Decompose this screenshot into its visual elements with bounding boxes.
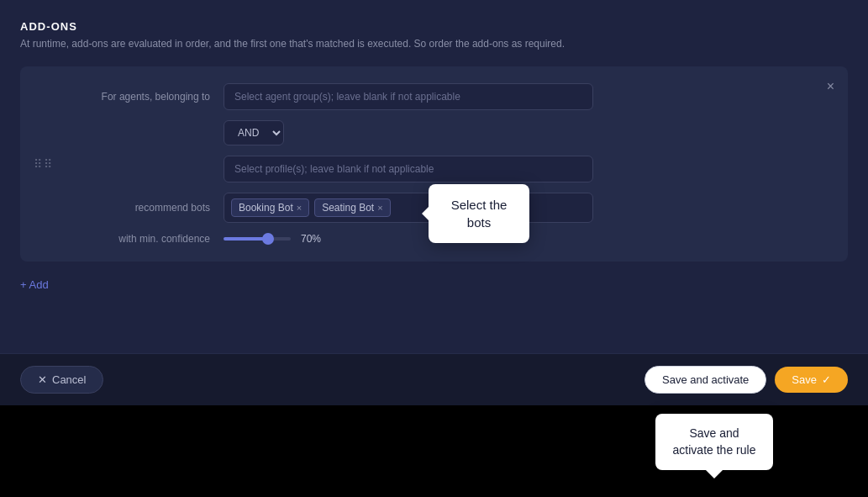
seating-bot-remove[interactable]: × <box>377 203 382 213</box>
confidence-label: with min. confidence <box>67 233 210 245</box>
confidence-value: 70% <box>301 233 321 245</box>
confidence-slider[interactable] <box>224 237 291 241</box>
bots-field: Booking Bot × Seating Bot × <box>224 193 593 223</box>
seating-bot-tag: Seating Bot × <box>314 198 390 217</box>
profile-input[interactable] <box>224 156 593 182</box>
close-button[interactable]: × <box>827 80 834 93</box>
add-button[interactable]: + Add <box>20 275 49 294</box>
booking-bot-tag: Booking Bot × <box>231 198 309 217</box>
agent-row: For agents, belonging to <box>67 83 828 110</box>
cancel-icon: ✕ <box>38 373 47 386</box>
bots-row: recommend bots Booking Bot × Seating Bot… <box>67 193 828 223</box>
agent-label: For agents, belonging to <box>67 91 210 103</box>
section-desc: At runtime, add-ons are evaluated in ord… <box>20 38 848 50</box>
drag-handle-icon[interactable]: ⠿⠿ <box>34 157 54 171</box>
save-activate-label: Save and activate <box>662 373 749 386</box>
save-activate-button[interactable]: Save and activate <box>644 366 766 394</box>
bottom-area: Save and activate the rule <box>0 405 868 497</box>
bots-label: recommend bots <box>67 202 210 214</box>
footer: ✕ Cancel Save and activate Save ✓ <box>0 353 868 405</box>
save-button[interactable]: Save ✓ <box>775 367 848 393</box>
profile-row <box>67 156 828 182</box>
save-activate-tooltip-text: Save and activate the rule <box>673 426 756 457</box>
operator-row: AND OR <box>67 120 828 145</box>
cancel-button[interactable]: ✕ Cancel <box>20 366 103 394</box>
seating-bot-name: Seating Bot <box>322 202 374 214</box>
select-bots-tooltip: Select the bots <box>429 184 529 243</box>
addon-card: ⠿⠿ × For agents, belonging to AND OR <box>20 66 848 262</box>
select-bots-tooltip-text: Select the bots <box>451 198 508 230</box>
save-label: Save <box>792 373 817 386</box>
logic-operator-select[interactable]: AND OR <box>224 120 284 145</box>
section-title: ADD-ONS <box>20 20 848 33</box>
footer-right: Save and activate Save ✓ <box>644 366 848 394</box>
booking-bot-name: Booking Bot <box>239 202 293 214</box>
confidence-control: 70% <box>224 233 321 245</box>
save-activate-tooltip: Save and activate the rule <box>655 414 773 470</box>
card-content: For agents, belonging to AND OR recommen… <box>67 83 828 245</box>
agent-group-input[interactable] <box>224 83 593 110</box>
main-area: ADD-ONS At runtime, add-ons are evaluate… <box>0 0 868 353</box>
cancel-label: Cancel <box>52 373 86 386</box>
save-check-icon: ✓ <box>822 373 831 386</box>
booking-bot-remove[interactable]: × <box>297 203 302 213</box>
